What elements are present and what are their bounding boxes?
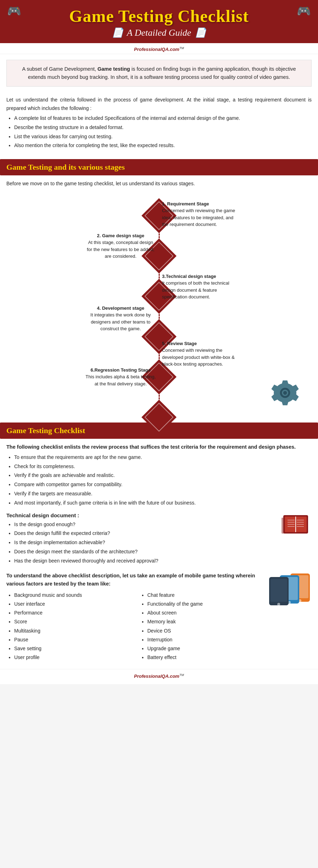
list-item: Background music and sounds bbox=[14, 591, 132, 600]
stage-2-title: 2. Game design stage bbox=[97, 233, 144, 238]
stage-3-title: 3.Technical design stage bbox=[162, 274, 216, 279]
stage-6-desc: This includes alpha & beta testing, at t… bbox=[86, 374, 156, 386]
gamepad-left-icon: 🎮 bbox=[7, 4, 21, 18]
stages-banner: Game Testing and its various stages bbox=[0, 159, 318, 175]
gear-icon bbox=[269, 377, 301, 409]
stage-5-title: 5. Review Stage bbox=[162, 341, 197, 346]
list-item: Performance bbox=[14, 608, 132, 617]
trademark: TM bbox=[179, 46, 184, 50]
tablet-icon bbox=[269, 572, 312, 607]
mobile-col1: Background music and sounds User interfa… bbox=[14, 591, 132, 662]
stage-3-box: 3.Technical design stage It comprises of… bbox=[162, 273, 236, 301]
stage-5-box: 5. Review Stage Concerned with reviewing… bbox=[162, 340, 236, 368]
book-icon-area bbox=[280, 512, 312, 540]
footer-trademark: TM bbox=[179, 673, 184, 677]
list-item: Chat feature bbox=[147, 591, 266, 600]
checklist-content: The following checklist enlists the revi… bbox=[0, 443, 318, 666]
stage-6-title: 6.Regression Testing Stage bbox=[91, 367, 151, 373]
checklist-bold-intro: The following checklist enlists the revi… bbox=[6, 443, 312, 451]
book-icon bbox=[280, 512, 312, 539]
tech-doc-heading: Technical design document : bbox=[6, 512, 312, 518]
brand-label: ProfessionalQA.comTM bbox=[134, 47, 184, 52]
list-item: Pause bbox=[14, 635, 132, 644]
stages-section: Before we move on to the game testing ch… bbox=[0, 175, 318, 417]
list-item: Verify if the goals are achievable and r… bbox=[14, 471, 312, 480]
list-item: Does the design meet the standards of th… bbox=[14, 548, 312, 556]
list-item: Compare with competitor games for compat… bbox=[14, 480, 312, 489]
brand-bar: ProfessionalQA.comTM bbox=[0, 43, 318, 54]
list-item: Battery effect bbox=[147, 653, 266, 662]
page-subtitle: 📄 A Detailed Guide 📄 bbox=[7, 27, 311, 38]
criteria-text: Let us understand the criteria followed … bbox=[6, 92, 312, 114]
mobile-col2: Chat feature Functionality of the game A… bbox=[147, 591, 266, 662]
stage-1-desc: Concerned with reviewing the game idea, … bbox=[162, 208, 235, 227]
criteria-section: Let us understand the criteria followed … bbox=[0, 92, 318, 154]
svg-rect-22 bbox=[271, 579, 287, 602]
stage-4-desc: It integrates the work done by designers… bbox=[90, 312, 151, 331]
tech-doc-area: Technical design document : Is the desig… bbox=[6, 512, 312, 566]
list-item: Save setting bbox=[14, 644, 132, 653]
list-item: About screen bbox=[147, 608, 266, 617]
brand-name: ProfessionalQA.com bbox=[134, 47, 180, 52]
main-container: 🎮 🎮 Game Testing Checklist 📄 A Detailed … bbox=[0, 0, 318, 684]
intro-bold: Game testing bbox=[97, 66, 130, 72]
footer-brand-label: ProfessionalQA.comTM bbox=[134, 674, 184, 679]
footer-brand-name: ProfessionalQA.com bbox=[134, 674, 180, 679]
stage-2-desc: At this stage, conceptual design for the… bbox=[87, 240, 154, 259]
list-item: Verify if the targets are measurable. bbox=[14, 490, 312, 498]
list-item: List the various ideas for carrying out … bbox=[14, 133, 312, 141]
criteria-list: A complete list of features to be includ… bbox=[14, 114, 312, 150]
checklist-list: To ensure that the requirements are apt … bbox=[14, 453, 312, 507]
list-item: Interruption bbox=[147, 635, 266, 644]
svg-point-23 bbox=[277, 603, 280, 606]
list-item: Is the design good enough? bbox=[14, 520, 312, 529]
footer-brand: ProfessionalQA.comTM bbox=[0, 669, 318, 684]
list-item: Has the design been reviewed thoroughly … bbox=[14, 557, 312, 565]
stage-1-title: 1. Requirement Stage bbox=[162, 201, 209, 206]
stage-4-box: 4. Development stage It integrates the w… bbox=[85, 305, 156, 332]
mobile-factors-lists: Background music and sounds User interfa… bbox=[6, 591, 266, 662]
list-item: User interface bbox=[14, 600, 132, 608]
list-item: A complete list of features to be includ… bbox=[14, 114, 312, 123]
list-item: Does the design fulfill the expected cri… bbox=[14, 529, 312, 538]
list-item: Score bbox=[14, 617, 132, 626]
stage-6-box: 6.Regression Testing Stage This includes… bbox=[85, 367, 156, 388]
list-item: Functionality of the game bbox=[147, 600, 266, 608]
list-item: Check for its completeness. bbox=[14, 462, 312, 471]
list-item: And most importantly, if such game crite… bbox=[14, 499, 312, 507]
list-item: User profile bbox=[14, 653, 132, 662]
diamond-6 bbox=[142, 400, 177, 435]
list-item: Upgrade game bbox=[147, 644, 266, 653]
stage-2-box: 2. Game design stage At this stage, conc… bbox=[85, 232, 156, 260]
list-item: Multitasking bbox=[14, 627, 132, 635]
mobile-example-area: To understand the above checklist descri… bbox=[6, 572, 312, 662]
list-item: Describe the testing structure in a deta… bbox=[14, 123, 312, 132]
stage-4-title: 4. Development stage bbox=[97, 305, 144, 311]
doc-icon-left: 📄 bbox=[112, 27, 123, 38]
list-item: Device OS bbox=[147, 627, 266, 635]
stage-5-desc: Concerned with reviewing the developed p… bbox=[162, 348, 234, 367]
header: 🎮 🎮 Game Testing Checklist 📄 A Detailed … bbox=[0, 0, 318, 43]
tablet-icon-area bbox=[269, 572, 312, 608]
list-item: To ensure that the requirements are apt … bbox=[14, 453, 312, 462]
doc-icon-right: 📄 bbox=[195, 27, 206, 38]
stage-1-box: 1. Requirement Stage Concerned with revi… bbox=[162, 200, 236, 228]
list-item: Is the design implementation achievable? bbox=[14, 538, 312, 547]
gamepad-right-icon: 🎮 bbox=[297, 4, 311, 18]
stage-3-desc: It comprises of both the technical desig… bbox=[162, 280, 229, 299]
list-item: Memory leak bbox=[147, 617, 266, 626]
svg-rect-14 bbox=[282, 518, 285, 534]
svg-point-2 bbox=[283, 391, 287, 395]
stages-intro-text: Before we move on to the game testing ch… bbox=[6, 175, 312, 190]
tech-doc-list: Is the design good enough? Does the desi… bbox=[14, 520, 312, 565]
list-item: Also mention the criteria for completing… bbox=[14, 141, 312, 150]
stages-diagram: 1. Requirement Stage Concerned with revi… bbox=[10, 190, 308, 381]
page-title: Game Testing Checklist bbox=[7, 6, 311, 26]
mobile-example-text: To understand the above checklist descri… bbox=[6, 572, 312, 588]
intro-box: A subset of Game Development, Game testi… bbox=[6, 60, 312, 87]
intro-text1: A subset of Game Development, bbox=[22, 66, 98, 72]
